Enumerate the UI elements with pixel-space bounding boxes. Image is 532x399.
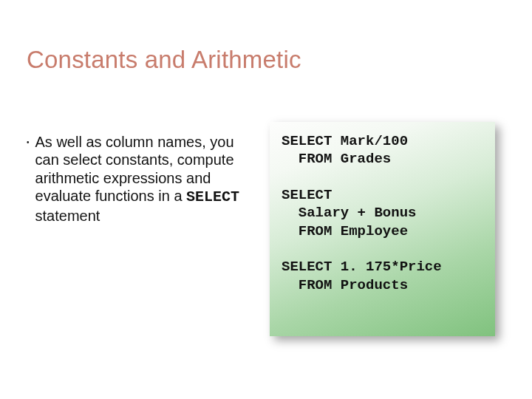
bullet-keyword: SELECT <box>186 188 239 205</box>
slide: Constants and Arithmetic • As well as co… <box>0 0 532 399</box>
slide-title: Constants and Arithmetic <box>27 46 301 74</box>
bullet-dot-icon: • <box>27 139 30 146</box>
bullet-text: As well as column names, you can select … <box>35 133 245 225</box>
bullet-tail: statement <box>35 208 100 224</box>
bullet-item: • As well as column names, you can selec… <box>27 133 245 225</box>
body-text-block: • As well as column names, you can selec… <box>27 133 245 225</box>
code-example-box: SELECT Mark/100 FROM Grades SELECT Salar… <box>270 122 495 336</box>
